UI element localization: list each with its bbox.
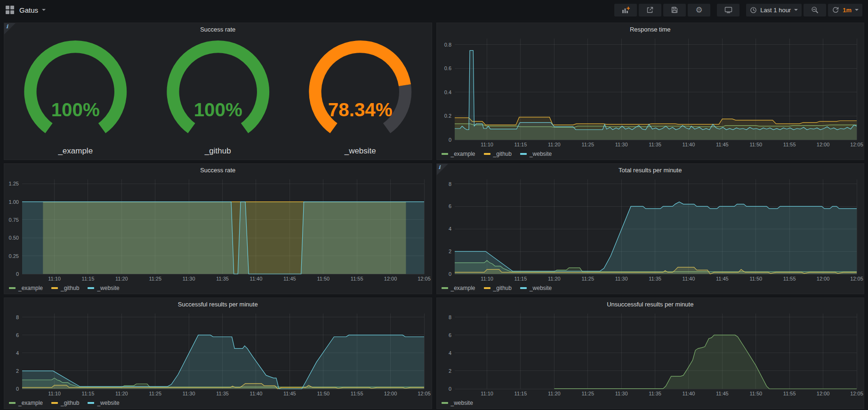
add-panel-button[interactable] <box>614 4 637 16</box>
x-axis-label: 11:30 <box>615 391 627 396</box>
legend-item-_website[interactable]: _website <box>442 400 473 406</box>
legend-label: _website <box>97 400 119 406</box>
y-axis-label: 0.75 <box>9 217 19 223</box>
legend-item-_website[interactable]: _website <box>520 285 552 291</box>
dashboard-title[interactable]: Gatus <box>19 6 38 14</box>
panel-response-time: Response time 00.20.40.60.811:1011:1511:… <box>436 23 865 160</box>
brand-caret-icon[interactable] <box>42 9 46 11</box>
legend-item-_example[interactable]: _example <box>442 151 475 157</box>
x-axis-label: 11:45 <box>283 276 296 281</box>
x-axis-label: 11:45 <box>283 391 296 396</box>
y-axis-label: 0.25 <box>9 253 19 259</box>
legend-label: _example <box>18 400 43 406</box>
x-axis-label: 11:55 <box>783 142 796 147</box>
save-button[interactable] <box>663 4 686 16</box>
success-rate-chart[interactable]: 00.250.500.751.001.2511:1011:1511:2011:2… <box>4 177 432 282</box>
info-corner-icon[interactable]: i <box>437 164 448 175</box>
legend-item-_github[interactable]: _github <box>51 285 79 291</box>
settings-button[interactable]: ⚙ <box>688 4 710 16</box>
share-button[interactable] <box>639 4 661 16</box>
legend-label: _github <box>493 151 512 157</box>
series-line-_website <box>455 50 857 129</box>
gauge-value-text: 100% <box>51 99 100 121</box>
panel-title[interactable]: Successful results per minute <box>4 298 432 311</box>
navbar: Gatus <box>0 0 868 20</box>
zoom-out-button[interactable] <box>804 4 826 16</box>
zoom-out-icon <box>811 6 819 14</box>
gauge-arc: 78.34% <box>289 36 432 146</box>
y-axis-label: 0 <box>448 386 451 392</box>
legend-swatch <box>88 287 94 289</box>
time-range-picker[interactable]: Last 1 hour <box>746 4 802 16</box>
x-axis-label: 11:25 <box>581 142 594 147</box>
y-axis-label: 0 <box>448 137 451 143</box>
refresh-caret-icon <box>855 9 859 11</box>
tv-mode-icon <box>724 6 732 14</box>
x-axis-label: 11:15 <box>82 276 95 281</box>
tv-mode-button[interactable] <box>717 4 739 16</box>
refresh-picker[interactable]: 1m <box>828 4 862 16</box>
apps-icon[interactable] <box>6 6 14 14</box>
legend-swatch <box>51 287 58 289</box>
x-axis-label: 12:05 <box>850 276 863 281</box>
time-range-caret-icon <box>794 9 798 11</box>
x-axis-label: 11:10 <box>48 391 61 396</box>
panel-title[interactable]: Success rate <box>4 164 432 177</box>
x-axis-label: 11:15 <box>514 142 527 147</box>
panel-success-rate-gauges: i Success rate 100%_example100%_github78… <box>4 23 432 160</box>
legend-item-_example[interactable]: _example <box>442 285 475 291</box>
share-icon <box>646 6 654 14</box>
legend-label: _example <box>451 151 475 157</box>
x-axis-label: 12:00 <box>384 276 397 281</box>
x-axis-label: 12:00 <box>816 391 829 396</box>
x-axis-label: 11:50 <box>749 142 762 147</box>
legend-item-_website[interactable]: _website <box>520 151 552 157</box>
gauge-arc: 100% <box>4 36 147 146</box>
x-axis-label: 12:05 <box>850 391 863 396</box>
total-results-chart[interactable]: 0246811:1011:1511:2011:2511:3011:3511:40… <box>437 177 864 282</box>
info-corner-icon[interactable]: i <box>4 23 16 34</box>
successful-results-chart[interactable]: 0246811:1011:1511:2011:2511:3011:3511:40… <box>4 311 432 397</box>
y-axis-label: 0.4 <box>444 89 451 95</box>
legend-swatch <box>484 287 490 289</box>
panel-success-rate-graph: Success rate 00.250.500.751.001.2511:101… <box>4 163 432 294</box>
x-axis-label: 11:20 <box>547 142 560 147</box>
x-axis-label: 11:35 <box>649 276 661 281</box>
legend-label: _website <box>530 151 552 157</box>
y-axis-label: 4 <box>448 226 451 232</box>
legend-item-_website[interactable]: _website <box>88 400 119 406</box>
legend-item-_github[interactable]: _github <box>484 285 512 291</box>
legend-swatch <box>520 153 527 155</box>
legend-swatch <box>442 287 448 289</box>
refresh-icon <box>832 6 839 14</box>
panel-title[interactable]: Response time <box>437 23 864 36</box>
x-axis-label: 11:20 <box>115 391 128 396</box>
dashboard-grid: i Success rate 100%_example100%_github78… <box>0 20 868 409</box>
y-axis-label: 2 <box>448 249 451 254</box>
y-axis-label: 0.6 <box>444 65 451 71</box>
panel-successful-results: Successful results per minute 0246811:10… <box>4 297 432 409</box>
legend: _website <box>437 397 864 409</box>
y-axis-label: 0.8 <box>444 42 451 48</box>
y-axis-label: 0.50 <box>9 235 19 241</box>
panel-title[interactable]: Unsuccessful results per minute <box>437 298 864 311</box>
x-axis-label: 11:20 <box>547 276 560 281</box>
y-axis-label: 2 <box>16 368 19 374</box>
legend-item-_github[interactable]: _github <box>484 151 512 157</box>
legend-item-_website[interactable]: _website <box>88 285 119 291</box>
x-axis-label: 11:50 <box>317 391 330 396</box>
panel-title[interactable]: Total results per minute <box>437 164 864 177</box>
legend-item-_github[interactable]: _github <box>51 400 79 406</box>
legend-label: _example <box>451 285 475 291</box>
unsuccessful-results-chart[interactable]: 0246811:1011:1511:2011:2511:3011:3511:40… <box>437 311 864 397</box>
y-axis-label: 6 <box>448 203 451 209</box>
y-axis-label: 8 <box>448 181 451 187</box>
gauge-label: _example <box>58 146 93 159</box>
legend-item-_example[interactable]: _example <box>9 400 43 406</box>
panel-title[interactable]: Success rate <box>4 23 432 36</box>
panel-total-results: i Total results per minute 0246811:1011:… <box>436 163 865 294</box>
y-axis-label: 6 <box>16 332 19 338</box>
response-time-chart[interactable]: 00.20.40.60.811:1011:1511:2011:2511:3011… <box>437 36 864 148</box>
panel-unsuccessful-results: Unsuccessful results per minute 0246811:… <box>436 297 865 409</box>
legend-item-_example[interactable]: _example <box>9 285 43 291</box>
